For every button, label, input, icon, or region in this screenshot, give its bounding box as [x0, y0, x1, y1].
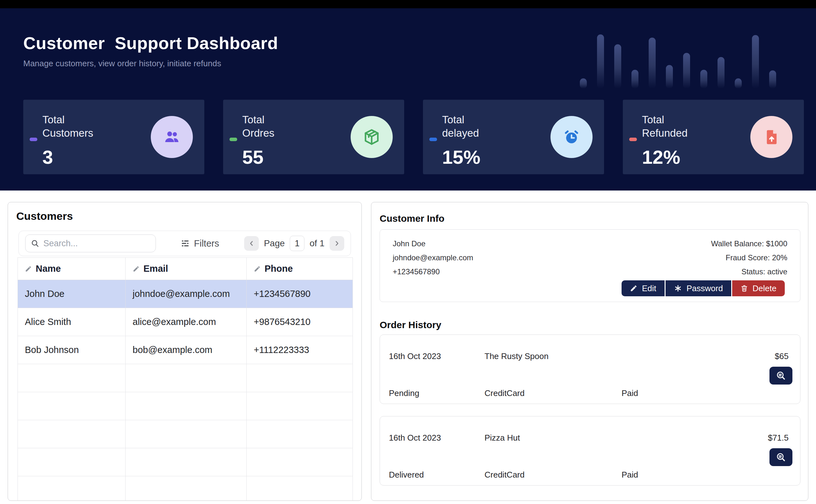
decorative-bar: [700, 70, 707, 89]
order-date: 16th Oct 2023: [389, 351, 485, 361]
table-row[interactable]: Alice Smith alice@example.com +987654321…: [18, 308, 353, 336]
order-details-button[interactable]: [769, 367, 792, 385]
customer-info-title: Customer Info: [379, 213, 444, 224]
alarm-clock-icon: [562, 128, 581, 146]
decorative-bar: [614, 44, 621, 89]
order-amount: $65: [775, 351, 789, 361]
accent-dash: [430, 138, 437, 141]
stat-card-total-customers: TotalCustomers 3: [23, 100, 204, 174]
customer-metrics: Wallet Balance: $1000 Fraud Score: 20% S…: [711, 239, 787, 276]
chevron-left-icon: [248, 240, 255, 247]
decorative-bar: [597, 34, 604, 89]
order-date: 16th Oct 2023: [389, 433, 485, 443]
decorative-bar: [735, 78, 742, 89]
order-card: 16th Oct 2023 Pizza Hut $71.5 Delivered …: [379, 416, 800, 486]
accent-dash: [229, 138, 237, 141]
customer-info-card: John Doe johndoe@example.com +1234567890…: [379, 229, 800, 302]
filters-button[interactable]: Filters: [181, 238, 219, 249]
decorative-bar: [580, 78, 587, 89]
decorative-bar: [632, 70, 639, 89]
table-header-row: Name Email Phone: [18, 258, 353, 280]
decorative-bar: [666, 65, 673, 89]
order-amount: $71.5: [768, 433, 789, 443]
stat-card-total-orders: TotalOrdres 55: [223, 100, 404, 174]
order-payment-method: CreditCard: [485, 388, 622, 398]
table-row[interactable]: John Doe johndoe@example.com +1234567890: [18, 280, 353, 308]
table-row-empty: [18, 448, 353, 476]
order-payment-status: Paid: [622, 470, 638, 480]
order-card: 16th Oct 2023 The Rusty Spoon $65 Pendin…: [379, 335, 800, 404]
trash-icon: [740, 284, 748, 292]
search-lines-icon: [776, 452, 786, 463]
decorative-bar: [649, 38, 656, 89]
delete-button[interactable]: Delete: [732, 280, 785, 296]
order-merchant: Pizza Hut: [485, 433, 768, 443]
table-row-empty: [18, 420, 353, 448]
pencil-icon: [25, 265, 32, 272]
filters-icon: [181, 239, 190, 248]
next-page-button[interactable]: [329, 236, 344, 251]
customer-phone: +1234567890: [393, 267, 473, 276]
customers-panel-title: Customers: [16, 210, 361, 222]
order-details-button[interactable]: [769, 448, 792, 466]
stat-card-total-refunded: TotalRefunded 12%: [623, 100, 804, 174]
order-status: Delivered: [389, 470, 485, 480]
order-payment-method: CreditCard: [485, 470, 622, 480]
table-row-empty: [18, 476, 353, 501]
decorative-bar: [752, 35, 759, 89]
stat-value: 3: [42, 146, 53, 168]
fraud-score: Fraud Score: 20%: [711, 253, 787, 262]
pencil-icon: [133, 265, 140, 272]
accent-dash: [30, 138, 37, 141]
search-lines-icon: [776, 370, 786, 381]
stats-row: TotalCustomers 3 TotalOrdres 55: [23, 100, 804, 174]
password-button[interactable]: Password: [666, 280, 731, 296]
customer-detail-panel: Customer Info John Doe johndoe@example.c…: [371, 202, 808, 501]
stat-label: TotalRefunded: [642, 113, 688, 140]
stat-icon-circle: [750, 116, 792, 158]
wallet-balance: Wallet Balance: $1000: [711, 239, 787, 248]
stat-value: 12%: [642, 146, 680, 168]
order-payment-status: Paid: [622, 388, 638, 398]
package-icon: [362, 128, 381, 146]
decorative-bar: [718, 57, 725, 89]
search-icon: [31, 239, 40, 248]
stat-value: 55: [242, 146, 263, 168]
top-black-bar: [0, 0, 816, 8]
pagination: Page of 1: [244, 236, 344, 251]
page-subtitle: Manage customers, view order history, in…: [23, 59, 221, 68]
page-number-input[interactable]: [290, 236, 304, 251]
customers-panel: Customers Filters: [8, 202, 362, 501]
search-input[interactable]: [43, 239, 139, 248]
order-status: Pending: [389, 388, 485, 398]
customer-name: John Doe: [393, 239, 473, 248]
page-title: Customer Support Dashboard: [23, 33, 278, 53]
pencil-icon: [254, 265, 261, 272]
page-of-label: of 1: [309, 238, 324, 248]
column-header-name[interactable]: Name: [18, 258, 126, 280]
stat-icon-circle: [350, 116, 393, 158]
decorative-bar: [769, 70, 776, 89]
filters-label: Filters: [194, 238, 219, 249]
edit-button[interactable]: Edit: [622, 280, 665, 296]
stat-icon-circle: [151, 116, 193, 158]
stat-card-total-delayed: Totaldelayed 15%: [423, 100, 604, 174]
decorative-bar-chart: [580, 34, 776, 89]
stat-value: 15%: [442, 146, 480, 168]
order-merchant: The Rusty Spoon: [485, 351, 775, 361]
order-history-title: Order History: [379, 320, 441, 330]
asterisk-icon: [674, 284, 682, 292]
stat-label: TotalOrdres: [242, 113, 274, 140]
table-row[interactable]: Bob Johnson bob@example.com +1112223333: [18, 336, 353, 364]
customer-identity: John Doe johndoe@example.com +1234567890: [393, 239, 473, 276]
stat-label: TotalCustomers: [42, 113, 93, 140]
file-upload-icon: [762, 128, 780, 146]
decorative-bar: [683, 53, 690, 89]
customer-email: johndoe@example.com: [393, 253, 473, 262]
search-box[interactable]: [25, 234, 156, 252]
column-header-phone[interactable]: Phone: [247, 258, 353, 280]
table-row-empty: [18, 392, 353, 420]
prev-page-button[interactable]: [244, 236, 259, 251]
accent-dash: [629, 138, 637, 141]
column-header-email[interactable]: Email: [126, 258, 247, 280]
